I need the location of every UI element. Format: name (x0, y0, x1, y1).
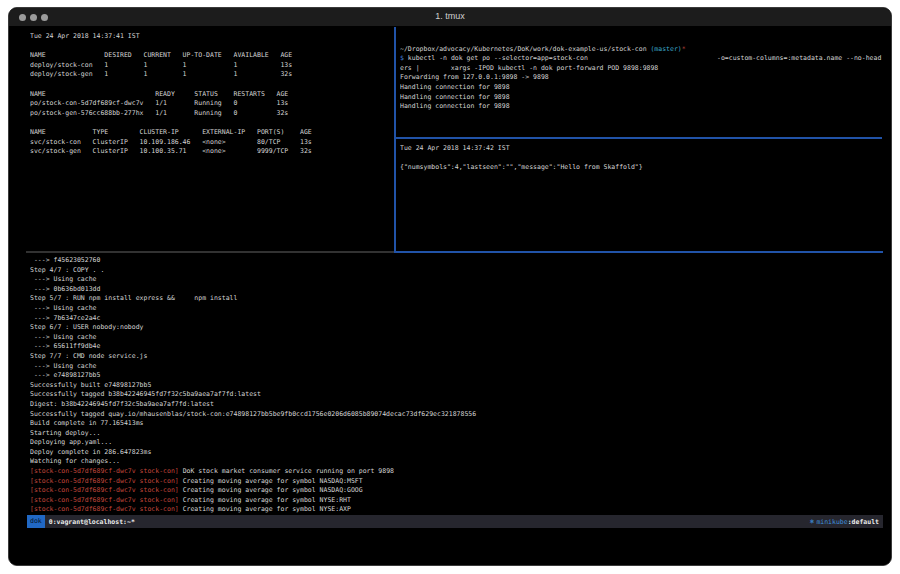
terminal-line (30, 118, 392, 128)
pane-border-horizontal-left[interactable] (26, 251, 394, 253)
terminal-line: ---> Using cache (30, 275, 885, 285)
terminal-line (30, 42, 392, 52)
titlebar: 1. tmux (9, 8, 891, 27)
terminal-line: ---> f45623052760 (30, 256, 885, 266)
terminal-line: Build complete in 77.165413ms (30, 419, 885, 429)
terminal-line: Forwarding from 127.0.0.1:9898 -> 9898 (400, 73, 882, 83)
terminal-line: [stock-con-5d7df689cf-dwc7v stock-con] C… (30, 496, 885, 506)
pane-border-vertical[interactable] (394, 27, 396, 252)
terminal-line: Step 4/7 : COPY . . (30, 266, 885, 276)
terminal-line: ---> e74898127bb5 (30, 371, 885, 381)
terminal-line: [stock-con-5d7df689cf-dwc7v stock-con] D… (30, 467, 885, 477)
terminal-line: Successfully tagged quay.io/mhausenblas/… (30, 410, 885, 420)
terminal-line: deploy/stock-gen 1 1 1 1 32s (30, 70, 392, 80)
pane-service-response[interactable]: Tue 24 Apr 2018 14:37:42 IST {"numsymbol… (400, 144, 882, 249)
terminal-line (30, 80, 392, 90)
terminal-line: NAME READY STATUS RESTARTS AGE (30, 90, 392, 100)
terminal-line: ---> 7b6347ce2a4c (30, 314, 885, 324)
terminal-line: Tue 24 Apr 2018 14:37:42 IST (400, 144, 882, 154)
terminal-line: deploy/stock-con 1 1 1 1 13s (30, 61, 392, 71)
terminal-line: Handling connection for 9898 (400, 83, 882, 93)
terminal-line: ---> Using cache (30, 362, 885, 372)
pane-port-forward[interactable]: ~/Dropbox/advocacy/Kubernetes/DoK/work/d… (400, 35, 882, 135)
terminal-line (400, 35, 882, 45)
tmux-status-bar: dok 0:vagrant@localhost:~* ⎈ minikube :d… (27, 515, 883, 528)
terminal-line: Successfully built e74898127bb5 (30, 381, 885, 391)
terminal-line: ---> Using cache (30, 304, 885, 314)
terminal-line: Successfully tagged b38b42246945fd7f32c5… (30, 390, 885, 400)
terminal-line: ---> Using cache (30, 333, 885, 343)
window-label[interactable]: 0:vagrant@localhost:~* (49, 518, 135, 526)
pane-border-horizontal-right[interactable] (394, 251, 883, 253)
pane-skaffold-log[interactable]: ---> f45623052760Step 4/7 : COPY . . ---… (30, 256, 885, 514)
terminal-line: Starting deploy... (30, 429, 885, 439)
terminal-line: Deploy complete in 286.647823ms (30, 448, 885, 458)
terminal-line (400, 154, 882, 164)
pane-kubectl-watch[interactable]: Tue 24 Apr 2018 14:37:41 IST NAME DESIRE… (30, 32, 392, 256)
terminal-line: Watching for changes... (30, 457, 885, 467)
terminal-line: [stock-con-5d7df689cf-dwc7v stock-con] C… (30, 505, 885, 514)
terminal-line: ers | xargs -IPOD kubectl -n dok port-fo… (400, 64, 882, 74)
terminal-line: NAME TYPE CLUSTER-IP EXTERNAL-IP PORT(S)… (30, 128, 392, 138)
terminal-line: Deploying app.yaml... (30, 438, 885, 448)
terminal-line: {"numsymbols":4,"lastseen":"","message":… (400, 163, 882, 173)
session-name-badge[interactable]: dok (27, 515, 45, 528)
terminal-line: po/stock-gen-576cc688bb-277hx 1/1 Runnin… (30, 109, 392, 119)
terminal-line: svc/stock-gen ClusterIP 10.100.35.71 <no… (30, 147, 392, 157)
terminal-line: Handling connection for 9898 (400, 93, 882, 103)
terminal-line: Step 7/7 : CMD node service.js (30, 352, 885, 362)
terminal-line: Handling connection for 9898 (400, 102, 882, 112)
terminal-line: [stock-con-5d7df689cf-dwc7v stock-con] C… (30, 477, 885, 487)
terminal-line: Step 6/7 : USER nobody:nobody (30, 323, 885, 333)
terminal-content: Tue 24 Apr 2018 14:37:41 IST NAME DESIRE… (9, 27, 891, 565)
terminal-line: svc/stock-con ClusterIP 10.109.186.46 <n… (30, 138, 392, 148)
terminal-window: 1. tmux Tue 24 Apr 2018 14:37:41 IST NAM… (8, 7, 892, 566)
terminal-line: $ kubectl -n dok get po --selector=app=s… (400, 54, 882, 64)
pane-border-horizontal-right-mid[interactable] (395, 137, 882, 139)
terminal-line: Step 5/7 : RUN npm install express && np… (30, 294, 885, 304)
terminal-line: NAME DESIRED CURRENT UP-TO-DATE AVAILABL… (30, 51, 392, 61)
window-title: 1. tmux (9, 11, 891, 21)
kube-namespace-label: :default (848, 518, 879, 526)
kubernetes-helm-icon: ⎈ (810, 515, 815, 528)
terminal-line: ~/Dropbox/advocacy/Kubernetes/DoK/work/d… (400, 45, 882, 55)
terminal-line: [stock-con-5d7df689cf-dwc7v stock-con] C… (30, 486, 885, 496)
terminal-line: Tue 24 Apr 2018 14:37:41 IST (30, 32, 392, 42)
terminal-line: po/stock-con-5d7df689cf-dwc7v 1/1 Runnin… (30, 99, 392, 109)
terminal-line: ---> 65611ff9db4e (30, 342, 885, 352)
terminal-line: ---> 0b636bd013dd (30, 285, 885, 295)
terminal-line: Digest: b38b42246945fd7f32c5ba9aea7af7fd… (30, 400, 885, 410)
kube-context-label: minikube (816, 518, 847, 526)
